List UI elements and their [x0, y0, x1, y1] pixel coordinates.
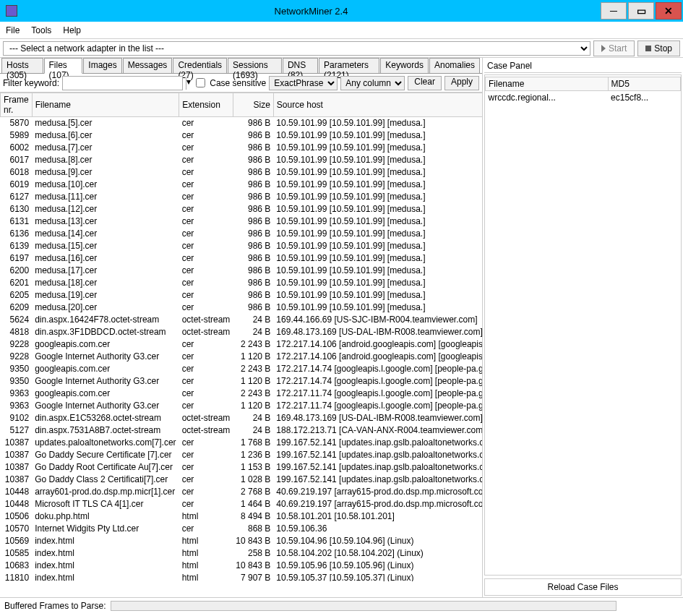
table-row[interactable]: 10448Microsoft IT TLS CA 4[1].cercer1 46… [1, 498, 483, 510]
cell-size: 1 236 B [233, 449, 273, 461]
table-row[interactable]: 10585index.htmlhtml258 B10.58.104.202 [1… [1, 547, 483, 560]
table-row[interactable]: 6017medusa.[8].cercer986 B10.59.101.99 [… [1, 154, 483, 166]
table-row[interactable]: 5127din.aspx.7531A8B7.octet-streamoctet-… [1, 424, 483, 437]
table-row[interactable]: 5870medusa.[5].cercer986 B10.59.101.99 [… [1, 117, 483, 129]
table-row[interactable]: 6018medusa.[9].cercer986 B10.59.101.99 [… [1, 166, 483, 179]
tab-files-107-[interactable]: Files (107) [44, 58, 83, 74]
table-row[interactable]: 9363googleapis.com.cercer2 243 B172.217.… [1, 388, 483, 400]
table-row[interactable]: 9350googleapis.com.cercer2 243 B172.217.… [1, 363, 483, 375]
table-row[interactable]: 6131medusa.[13].cercer986 B10.59.101.99 … [1, 215, 483, 228]
filter-column-select[interactable]: Any column [340, 76, 405, 90]
table-row[interactable]: 9228googleapis.com.cercer2 243 B172.217.… [1, 338, 483, 351]
tab-images[interactable]: Images [83, 58, 121, 73]
cell-size: 2 768 B [233, 486, 273, 498]
cell-frame: 10569 [1, 535, 33, 547]
titlebar: NetworkMiner 2.4 ─ ▭ ✕ [0, 0, 683, 22]
cell-host: 172.217.14.106 [android.googleapis.com] … [273, 338, 482, 351]
tab-dns-82-[interactable]: DNS (82) [283, 58, 318, 73]
cell-frame: 9102 [1, 412, 33, 424]
table-row[interactable]: 6209medusa.[20].cercer986 B10.59.101.99 … [1, 301, 483, 314]
files-table-scroll[interactable]: Frame nr. Filename Extension Size Source… [0, 93, 482, 581]
clear-button[interactable]: Clear [408, 76, 442, 90]
cell-host: 10.59.101.99 [10.59.101.99] [medusa.] [273, 289, 482, 301]
col-host[interactable]: Source host [273, 93, 482, 117]
filter-input[interactable] [62, 76, 183, 90]
cell-ext: cer [179, 277, 233, 289]
tab-keywords[interactable]: Keywords [380, 58, 429, 73]
cell-filename: medusa.[18].cer [32, 277, 179, 289]
stop-button[interactable]: Stop [637, 40, 680, 56]
table-row[interactable]: 9102din.aspx.E1C53268.octet-streamoctet-… [1, 412, 483, 424]
case-sensitive-checkbox[interactable] [196, 78, 205, 87]
maximize-button[interactable]: ▭ [628, 2, 654, 20]
cell-frame: 6131 [1, 215, 33, 228]
table-row[interactable]: 9350Google Internet Authority G3.cercer1… [1, 375, 483, 388]
tab-anomalies[interactable]: Anomalies [429, 58, 480, 73]
col-size[interactable]: Size [233, 93, 273, 117]
table-row[interactable]: 11810index.htmlhtml7 907 B10.59.105.37 [… [1, 572, 483, 582]
table-row[interactable]: 6002medusa.[7].cercer986 B10.59.101.99 [… [1, 142, 483, 154]
tab-hosts-305-[interactable]: Hosts (305) [1, 58, 43, 73]
table-row[interactable]: 10387Go Daddy Root Certificate Au[7].cer… [1, 461, 483, 474]
table-row[interactable]: 10448array601-prod.do.dsp.mp.micr[1].cer… [1, 486, 483, 498]
table-row[interactable]: 6200medusa.[17].cercer986 B10.59.101.99 … [1, 265, 483, 277]
menu-help[interactable]: Help [63, 25, 81, 35]
table-row[interactable]: 10683index.htmlhtml10 843 B10.59.105.96 … [1, 560, 483, 572]
cell-host: 169.48.173.169 [US-DAL-IBM-R008.teamview… [273, 326, 482, 338]
tab-sessions-1693-[interactable]: Sessions (1693) [228, 58, 282, 73]
cell-filename: medusa.[16].cer [32, 252, 179, 265]
tab-messages[interactable]: Messages [123, 58, 173, 73]
case-col-md5[interactable]: MD5 [608, 77, 680, 91]
cell-size: 1 120 B [233, 351, 273, 363]
tab-credentials-27-[interactable]: Credentials (27) [173, 58, 227, 73]
table-row[interactable]: 6139medusa.[15].cercer986 B10.59.101.99 … [1, 240, 483, 252]
case-table: Filename MD5 wrccdc.regional... ec15cf8.… [485, 77, 681, 104]
app-icon [6, 5, 17, 17]
table-row[interactable]: 10387Go Daddy Class 2 Certificati[7].cer… [1, 474, 483, 486]
table-row[interactable]: 6127medusa.[11].cercer986 B10.59.101.99 … [1, 191, 483, 203]
menu-tools[interactable]: Tools [31, 25, 51, 35]
minimize-button[interactable]: ─ [601, 2, 627, 20]
cell-filename: din.aspx.16424F78.octet-stream [32, 314, 179, 326]
cell-ext: cer [179, 449, 233, 461]
table-row[interactable]: 6130medusa.[12].cercer986 B10.59.101.99 … [1, 203, 483, 215]
col-frame[interactable]: Frame nr. [1, 93, 33, 117]
menu-file[interactable]: File [6, 25, 20, 35]
cell-size: 986 B [233, 191, 273, 203]
table-row[interactable]: 10569index.htmlhtml10 843 B10.59.104.96 … [1, 535, 483, 547]
cell-frame: 6017 [1, 154, 33, 166]
adapter-select[interactable]: --- Select a network adapter in the list… [3, 41, 590, 56]
cell-frame: 10387 [1, 449, 33, 461]
play-icon [601, 45, 606, 52]
table-row[interactable]: 10506doku.php.htmlhtml8 494 B10.58.101.2… [1, 510, 483, 523]
cell-host: 199.167.52.141 [updates.inap.gslb.paloal… [273, 474, 482, 486]
table-row[interactable]: 10387Go Daddy Secure Certificate [7].cer… [1, 449, 483, 461]
cell-host: 10.59.101.99 [10.59.101.99] [medusa.] [273, 301, 482, 314]
table-row[interactable]: 4818din.aspx.3F1DBDCD.octet-streamoctet-… [1, 326, 483, 338]
table-row[interactable]: 6136medusa.[14].cercer986 B10.59.101.99 … [1, 228, 483, 240]
table-row[interactable]: 6205medusa.[19].cercer986 B10.59.101.99 … [1, 289, 483, 301]
table-row[interactable]: 10570Internet Widgits Pty Ltd.cercer868 … [1, 523, 483, 535]
table-row[interactable]: 5989medusa.[6].cercer986 B10.59.101.99 [… [1, 129, 483, 142]
filter-mode-select[interactable]: ExactPhrase [269, 76, 338, 90]
table-row[interactable]: 10387updates.paloaltonetworks.com[7].cer… [1, 437, 483, 449]
tab-parameters-2121-[interactable]: Parameters (2121) [319, 58, 379, 73]
col-ext[interactable]: Extension [179, 93, 233, 117]
case-row[interactable]: wrccdc.regional... ec15cf8... [486, 91, 681, 105]
table-row[interactable]: 9363Google Internet Authority G3.cercer1… [1, 400, 483, 412]
cell-host: 199.167.52.141 [updates.inap.gslb.paloal… [273, 461, 482, 474]
table-row[interactable]: 6201medusa.[18].cercer986 B10.59.101.99 … [1, 277, 483, 289]
col-filename[interactable]: Filename [32, 93, 179, 117]
table-row[interactable]: 6197medusa.[16].cercer986 B10.59.101.99 … [1, 252, 483, 265]
cell-frame: 10387 [1, 474, 33, 486]
case-col-filename[interactable]: Filename [486, 77, 609, 91]
filter-dropdown-icon[interactable]: ▾ [186, 77, 192, 90]
table-row[interactable]: 9228Google Internet Authority G3.cercer1… [1, 351, 483, 363]
table-row[interactable]: 5624din.aspx.16424F78.octet-streamoctet-… [1, 314, 483, 326]
start-button[interactable]: Start [593, 40, 635, 56]
apply-button[interactable]: Apply [444, 76, 479, 90]
close-button[interactable]: ✕ [656, 2, 682, 20]
reload-case-files-button[interactable]: Reload Case Files [484, 578, 682, 596]
cell-frame: 6209 [1, 301, 33, 314]
table-row[interactable]: 6019medusa.[10].cercer986 B10.59.101.99 … [1, 179, 483, 191]
